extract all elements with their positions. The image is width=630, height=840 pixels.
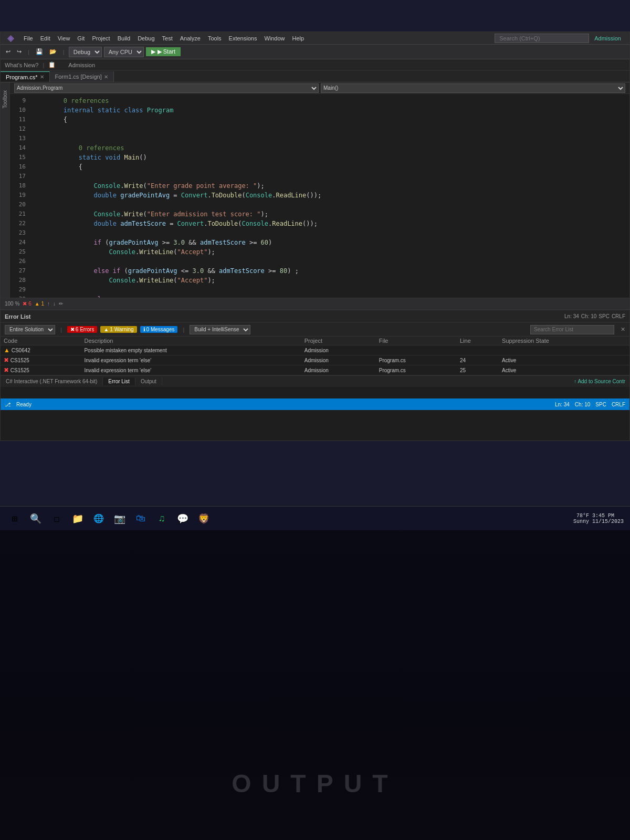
method-select[interactable]: Main() <box>321 83 625 93</box>
zoom-bar: 100 % ✖ 6 ▲ 1 ↑ ↓ ✏ <box>1 298 629 309</box>
whats-new-bar: What's New? | 📋 Admission <box>1 59 629 71</box>
taskbar-spotify-icon[interactable]: ♫ <box>153 510 170 527</box>
clock: 3:45 PM11/15/2023 <box>592 513 624 524</box>
error-proj-2: Admission <box>301 365 376 375</box>
namespace-select[interactable]: Admission.Program <box>14 83 319 93</box>
menu-debug[interactable]: Debug <box>134 34 158 43</box>
menu-help[interactable]: Help <box>289 34 308 43</box>
redo-button[interactable]: ↪ <box>15 47 24 56</box>
error-code-1: CS1525 <box>10 358 29 363</box>
menu-window[interactable]: Window <box>261 34 288 43</box>
ready-status: Ready <box>16 402 32 407</box>
error-filter-select[interactable]: Entire Solution <box>5 325 55 334</box>
code-content: 9 10 11 12 13 14 15 16 17 18 19 20 21 22… <box>10 94 629 298</box>
tab-form1-design[interactable]: Form1.cs [Design] ✕ <box>50 71 114 82</box>
debug-config-select[interactable]: Debug <box>69 47 102 57</box>
toolbox-label: Toolbox <box>2 90 8 108</box>
error-supp-1: Active <box>499 355 629 365</box>
warning-icon: ▲ <box>4 346 10 354</box>
error-toolbar: Entire Solution | ✖ 6 Errors ▲ 1 Warning… <box>1 323 629 337</box>
start-button[interactable]: ▶ ▶ Start <box>146 47 181 56</box>
cursor-up-icon[interactable]: ↑ <box>47 301 50 307</box>
error-icon: ✖ <box>4 366 9 374</box>
error-line-1: 24 <box>457 355 499 365</box>
error-desc-0: Possible mistaken empty statement <box>81 345 301 355</box>
build-filter-select[interactable]: Build + IntelliSense <box>190 325 250 334</box>
tab-program-cs[interactable]: Program.cs* ✕ <box>1 71 50 82</box>
whats-new-label[interactable]: What's New? <box>5 62 38 68</box>
col-project-header: Project <box>301 337 376 345</box>
tab-form1-label: Form1.cs [Design] <box>55 74 102 80</box>
taskbar-edge-icon[interactable]: 🌐 <box>90 510 107 527</box>
ln-indicator: Ln: 34 <box>564 313 579 319</box>
taskbar-task-view-icon[interactable]: ◻ <box>48 510 65 527</box>
error-indicator: ✖ 6 <box>23 301 31 307</box>
vs-ide: ◈ File Edit View Git Project Build Debug… <box>0 32 630 441</box>
editor-container: Toolbox Admission.Program Main() 9 10 11… <box>1 82 629 298</box>
error-proj-1: Admission <box>301 355 376 365</box>
menu-extensions[interactable]: Extensions <box>226 34 260 43</box>
error-line-0 <box>457 345 499 355</box>
message-count-label: 0 Messages <box>146 327 175 332</box>
col-suppression-header: Suppression State <box>499 337 629 345</box>
menu-tools[interactable]: Tools <box>205 34 225 43</box>
platform-select[interactable]: Any CPU <box>104 47 144 57</box>
error-search-input[interactable] <box>530 325 614 334</box>
taskbar-brave-icon[interactable]: 🦁 <box>195 510 212 527</box>
open-button[interactable]: 📂 <box>47 47 59 56</box>
edit-icon[interactable]: ✏ <box>59 301 63 307</box>
breadcrumb-admission: Admission <box>68 62 95 68</box>
save-button[interactable]: 💾 <box>34 47 45 56</box>
menu-edit[interactable]: Edit <box>37 34 54 43</box>
cursor-down-icon[interactable]: ↓ <box>53 301 56 307</box>
status-right: Ln: 34 Ch: 10 SPC CRLF <box>555 402 625 407</box>
close-program-cs-icon[interactable]: ✕ <box>40 74 44 80</box>
vs-logo: ◈ <box>5 33 16 44</box>
taskbar-store-icon[interactable]: 🛍 <box>132 510 149 527</box>
undo-button[interactable]: ↩ <box>4 47 13 56</box>
code-nav-bar: Admission.Program Main() <box>10 82 629 94</box>
code-text[interactable]: 0 references internal static class Progr… <box>29 94 629 298</box>
error-file-1: Program.cs <box>376 355 457 365</box>
message-count-badge[interactable]: ℹ 0 Messages <box>140 326 178 333</box>
menu-view[interactable]: View <box>55 34 74 43</box>
table-row[interactable]: ✖ CS1525 Invalid expression term 'else' … <box>1 365 629 375</box>
error-panel-controls: Ln: 34 Ch: 10 SPC CRLF <box>564 313 625 319</box>
menu-build[interactable]: Build <box>114 34 133 43</box>
bottom-tab-csharp-interactive[interactable]: C# Interactive (.NET Framework 64-bit) <box>1 377 103 385</box>
close-error-panel-icon[interactable]: ✕ <box>621 326 625 333</box>
add-to-source-control[interactable]: ↑ Add to Source Contr <box>570 377 629 385</box>
start-icon: ▶ <box>151 48 155 55</box>
taskbar-file-explorer-icon[interactable]: 📁 <box>69 510 86 527</box>
menu-analyze[interactable]: Analyze <box>177 34 204 43</box>
temperature: 78°F <box>576 513 589 519</box>
menu-project[interactable]: Project <box>89 34 113 43</box>
crlf-status: CRLF <box>612 402 625 407</box>
error-count-badge[interactable]: ✖ 6 Errors <box>67 326 98 333</box>
table-row[interactable]: ▲ CS0642 Possible mistaken empty stateme… <box>1 345 629 355</box>
menu-file[interactable]: File <box>20 34 36 43</box>
bottom-tab-output[interactable]: Output <box>135 377 162 385</box>
warning-indicator: ▲ 1 <box>35 301 44 307</box>
toolbox-sidebar[interactable]: Toolbox <box>1 82 10 298</box>
error-desc-2: Invalid expression term 'else' <box>81 365 301 375</box>
error-panel-header: Error List Ln: 34 Ch: 10 SPC CRLF <box>1 310 629 323</box>
windows-start-icon[interactable]: ⊞ <box>6 510 23 527</box>
table-row[interactable]: ✖ CS1525 Invalid expression term 'else' … <box>1 355 629 365</box>
taskbar-discord-icon[interactable]: 💬 <box>174 510 191 527</box>
error-supp-2: Active <box>499 365 629 375</box>
search-input[interactable] <box>495 34 589 43</box>
taskbar-camera-icon[interactable]: 📷 <box>111 510 128 527</box>
error-desc-1: Invalid expression term 'else' <box>81 355 301 365</box>
error-line-2: 25 <box>457 365 499 375</box>
warning-count-badge[interactable]: ▲ 1 Warning <box>100 326 136 333</box>
taskbar-search-icon[interactable]: 🔍 <box>27 510 44 527</box>
bottom-tab-error-list[interactable]: Error List <box>103 377 135 385</box>
weather-widget: 78°F Sunny <box>573 513 589 524</box>
code-editor: Admission.Program Main() 9 10 11 12 13 1… <box>10 82 629 298</box>
menu-test[interactable]: Test <box>159 34 176 43</box>
menu-git[interactable]: Git <box>74 34 88 43</box>
close-form1-icon[interactable]: ✕ <box>104 74 108 80</box>
col-code-header: Code <box>1 337 81 345</box>
tabs-area: Program.cs* ✕ Form1.cs [Design] ✕ <box>1 71 629 82</box>
